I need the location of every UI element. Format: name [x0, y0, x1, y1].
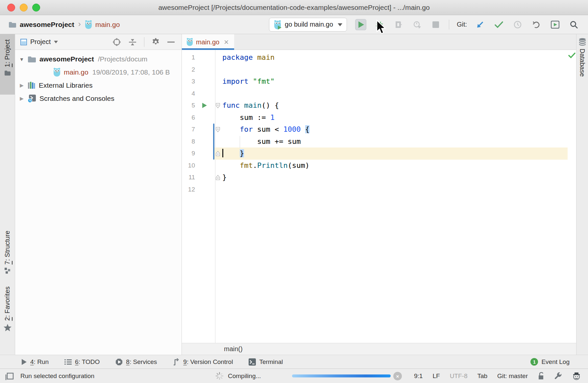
code-line-6[interactable]: 6 sum := 1: [182, 112, 576, 124]
wrench-icon[interactable]: [554, 372, 562, 380]
code-line-11[interactable]: 11}: [182, 171, 576, 184]
code-line-5[interactable]: 5func main() {: [182, 100, 576, 112]
fold-marker[interactable]: [213, 124, 222, 136]
toolwindow-version-control[interactable]: 9: Version Control: [173, 358, 233, 366]
scratches-icon: [28, 94, 36, 103]
fold-marker: [213, 112, 222, 124]
hide-panel-button[interactable]: [167, 41, 175, 43]
git-commit-button[interactable]: [493, 19, 504, 30]
file-encoding[interactable]: UTF-8: [450, 372, 468, 380]
zoom-window-button[interactable]: [32, 4, 40, 11]
sidebar-tab-favorites[interactable]: 2: Favorites: [0, 286, 15, 331]
code-text: }: [222, 171, 576, 184]
git-branch[interactable]: Git: master: [497, 372, 528, 380]
close-tab-icon[interactable]: ✕: [224, 38, 229, 46]
collapse-all-button[interactable]: [128, 38, 137, 46]
cancel-task-button[interactable]: ×: [393, 372, 402, 380]
collapse-arrow-icon[interactable]: ▶: [18, 82, 25, 88]
close-window-button[interactable]: [7, 4, 15, 11]
code-text: func main() {: [222, 100, 576, 112]
expand-arrow-icon[interactable]: ▼: [18, 56, 25, 62]
vcs-change-marker[interactable]: [213, 124, 214, 160]
chevron-icon: ›: [78, 19, 81, 29]
breadcrumb-scope[interactable]: main(): [224, 345, 243, 353]
write-lock-icon[interactable]: [538, 372, 544, 380]
chevron-down-icon[interactable]: [54, 41, 58, 45]
toolwindow-run[interactable]: 4: Run: [21, 358, 49, 366]
code-line-9[interactable]: 9 }: [182, 147, 576, 160]
folder-icon: [28, 56, 36, 63]
rollback-button[interactable]: [531, 19, 542, 30]
libraries-icon: [28, 81, 36, 89]
sidebar-tab-database[interactable]: Database: [576, 38, 588, 77]
breadcrumb-file[interactable]: main.go: [95, 21, 120, 29]
editor-area: main.go ✕ 1package main23import "fmt"45f…: [182, 34, 576, 355]
toolwindow-todo[interactable]: 6: TODO: [64, 358, 100, 366]
mouse-cursor: [376, 20, 387, 35]
background-task-label: Compiling...: [228, 372, 261, 380]
editor-breadcrumbs: main(): [182, 343, 576, 355]
code-line-10[interactable]: 10 fmt.Println(sum): [182, 160, 576, 172]
code-line-8[interactable]: 8 sum += sum: [182, 136, 576, 148]
line-number: 3: [182, 76, 195, 88]
toolbar-separator: [449, 20, 449, 30]
sidebar-tab-structure[interactable]: 7: Structure: [0, 231, 15, 274]
indent-style[interactable]: Tab: [477, 372, 487, 380]
fold-marker[interactable]: [213, 171, 222, 184]
toolwindow-terminal[interactable]: Terminal: [249, 358, 283, 366]
ide-window: awesomeProject [/Projects/documentation-…: [0, 0, 588, 383]
locate-file-button[interactable]: [112, 38, 121, 46]
gutter-mark[interactable]: [195, 100, 213, 112]
code-text: sum := 1: [222, 112, 576, 124]
gopher-icon: [53, 68, 61, 77]
folder-icon: [4, 70, 11, 76]
sidebar-tab-project[interactable]: 1: Project: [0, 34, 15, 95]
code-line-12[interactable]: 12: [182, 184, 576, 196]
code-text: [222, 88, 576, 100]
code-text: for sum < 1000 {: [222, 124, 576, 136]
editor-tab-main-go[interactable]: main.go ✕: [182, 34, 234, 50]
line-number: 8: [182, 136, 195, 148]
settings-gear-icon[interactable]: [152, 38, 160, 46]
run-configuration-select[interactable]: go build main.go: [269, 18, 347, 32]
collapse-arrow-icon[interactable]: ▶: [18, 96, 25, 101]
toolwindow-services[interactable]: 8: Services: [115, 358, 157, 366]
code-line-1[interactable]: 1package main: [182, 52, 576, 64]
run-anything-button[interactable]: [550, 19, 561, 30]
tree-item-meta: 19/08/2019, 17:08, 106 B: [92, 68, 170, 76]
tree-row-scratches-and-consoles[interactable]: ▶Scratches and Consoles: [15, 92, 182, 105]
project-panel-title[interactable]: Project: [30, 38, 51, 46]
caret-position[interactable]: 9:1: [414, 372, 423, 380]
code-line-4[interactable]: 4: [182, 88, 576, 100]
editor-tab-label: main.go: [196, 38, 219, 46]
git-update-button[interactable]: [475, 19, 486, 30]
editor-body[interactable]: 1package main23import "fmt"45func main()…: [182, 50, 576, 343]
git-label: Git:: [457, 21, 467, 28]
line-number: 5: [182, 100, 195, 112]
gutter-mark: [195, 112, 213, 124]
toolwindow-event-log[interactable]: 1 Event Log: [530, 358, 588, 366]
fold-marker[interactable]: [213, 100, 222, 112]
tree-row-external-libraries[interactable]: ▶External Libraries: [15, 79, 182, 92]
breadcrumb-project[interactable]: awesomeProject: [20, 21, 74, 29]
fold-marker[interactable]: [213, 147, 222, 160]
line-separator[interactable]: LF: [432, 372, 440, 380]
run-button[interactable]: [355, 19, 366, 30]
inspection-profile-icon[interactable]: [572, 372, 581, 380]
line-number: 2: [182, 64, 195, 76]
minimize-window-button[interactable]: [20, 4, 28, 11]
line-number: 7: [182, 124, 195, 136]
tree-row-main-go[interactable]: main.go19/08/2019, 17:08, 106 B: [15, 66, 182, 79]
code-line-2[interactable]: 2: [182, 64, 576, 76]
inspection-strip[interactable]: [568, 50, 576, 343]
code-line-3[interactable]: 3import "fmt": [182, 76, 576, 88]
chevron-down-icon: [338, 23, 342, 29]
run-toolwindow-icon: [21, 359, 27, 365]
gutter-mark: [195, 184, 213, 196]
toolwindow-switcher-icon[interactable]: [5, 372, 14, 380]
tree-row-awesomeproject[interactable]: ▼awesomeProject/Projects/docum: [15, 53, 182, 66]
code-line-7[interactable]: 7 for sum < 1000 {: [182, 124, 576, 136]
search-everywhere-button[interactable]: [568, 19, 579, 30]
stop-button: [430, 19, 441, 30]
tree-item-label: Scratches and Consoles: [39, 95, 114, 102]
